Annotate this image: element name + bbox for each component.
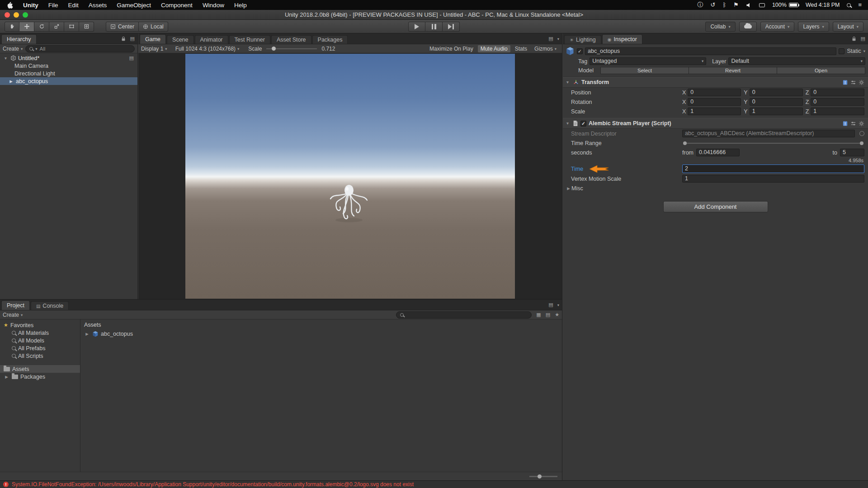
static-checkbox[interactable] xyxy=(839,48,844,54)
hierarchy-panel-menu-icon[interactable]: ▤ xyxy=(130,36,135,42)
model-open-button[interactable]: Open xyxy=(777,67,865,74)
tab-game[interactable]: Game xyxy=(140,34,166,44)
time-range-max-handle[interactable] xyxy=(860,141,863,145)
packages-folder-row[interactable]: ▶ Packages xyxy=(0,373,80,380)
tab-project[interactable]: Project xyxy=(1,300,30,310)
inspector-panel-menu-icon[interactable]: ▤ xyxy=(861,36,865,42)
vertex-motion-scale-field[interactable]: 1 xyxy=(682,175,864,183)
pivot-center-button[interactable]: Center xyxy=(106,22,139,32)
collab-dropdown[interactable]: Collab ▾ xyxy=(705,22,735,32)
position-z-field[interactable]: 0 xyxy=(811,89,864,96)
bluetooth-icon[interactable]: ᛒ xyxy=(722,0,726,10)
misc-foldout-row[interactable]: ▶ Misc xyxy=(563,183,868,193)
to-field[interactable]: 5 xyxy=(840,149,864,156)
layout-dropdown[interactable]: Layout ▾ xyxy=(833,22,863,32)
rect-tool-button[interactable] xyxy=(64,22,79,32)
tab-hierarchy[interactable]: Hierarchy xyxy=(1,34,37,44)
tab-animator[interactable]: Animator xyxy=(195,35,228,44)
alembic-presets-icon[interactable] xyxy=(850,121,856,127)
alembic-gear-icon[interactable] xyxy=(859,121,864,127)
hand-tool-button[interactable] xyxy=(5,22,19,32)
object-picker-icon[interactable] xyxy=(859,131,864,136)
move-tool-button[interactable] xyxy=(19,22,34,32)
rotation-x-field[interactable]: 0 xyxy=(688,98,741,106)
stats-toggle[interactable]: Stats xyxy=(512,45,530,52)
rotation-z-field[interactable]: 0 xyxy=(811,98,864,106)
transform-gear-icon[interactable] xyxy=(859,80,864,85)
menu-help[interactable]: Help xyxy=(229,2,252,9)
step-button[interactable] xyxy=(443,22,460,32)
status-bar[interactable]: ! System.IO.FileNotFoundException: /User… xyxy=(0,480,868,488)
layers-dropdown[interactable]: Layers ▾ xyxy=(798,22,829,32)
transform-help-icon[interactable] xyxy=(842,80,848,85)
menubar-app-name[interactable]: Unity xyxy=(18,2,43,9)
gizmos-dropdown[interactable]: Gizmos ▾ xyxy=(532,45,559,52)
menubar-clock[interactable]: Wed 4:18 PM xyxy=(806,2,840,8)
tab-lighting[interactable]: ☀ Lighting xyxy=(564,35,601,44)
scale-z-field[interactable]: 1 xyxy=(811,108,864,115)
model-revert-button[interactable]: Revert xyxy=(689,67,777,74)
scale-slider[interactable] xyxy=(266,48,317,49)
project-panel-menu-icon[interactable]: ▤ xyxy=(548,302,553,308)
game-panel-caret-icon[interactable]: ▾ xyxy=(557,37,559,41)
alembic-enabled-checkbox[interactable]: ✓ xyxy=(580,121,586,127)
favorite-search-icon[interactable]: ★ xyxy=(555,312,559,318)
inspector-lock-icon[interactable] xyxy=(851,36,857,42)
scale-y-field[interactable]: 1 xyxy=(750,108,803,115)
favorite-all-scripts[interactable]: All Scripts xyxy=(0,352,80,360)
tab-test-runner[interactable]: Test Runner xyxy=(229,35,270,44)
tab-inspector[interactable]: ◉ Inspector xyxy=(602,34,642,44)
transform-presets-icon[interactable] xyxy=(850,80,856,85)
asset-item-abc-octopus[interactable]: ▶ abc_octopus xyxy=(84,330,558,338)
active-checkbox[interactable]: ✓ xyxy=(577,48,583,54)
hierarchy-item-abc-octopus[interactable]: ▶ abc_octopus xyxy=(0,77,137,85)
time-range-min-handle[interactable] xyxy=(683,141,687,145)
play-button[interactable] xyxy=(408,22,425,32)
zoom-window-button[interactable] xyxy=(23,12,28,18)
tab-asset-store[interactable]: Asset Store xyxy=(271,35,311,44)
menu-gameobject[interactable]: GameObject xyxy=(112,2,156,9)
transform-foldout-icon[interactable]: ▼ xyxy=(565,80,571,84)
scene-menu-icon[interactable]: ▤ xyxy=(129,55,134,61)
static-caret-icon[interactable]: ▾ xyxy=(863,49,865,53)
from-field[interactable]: 0.0416666 xyxy=(696,149,740,156)
time-machine-icon[interactable]: ↺ xyxy=(711,0,716,10)
add-component-button[interactable]: Add Component xyxy=(663,201,768,212)
project-search-input[interactable] xyxy=(396,311,532,319)
project-content-area[interactable]: Assets ▶ abc_octopus xyxy=(80,319,562,472)
zoom-slider-knob[interactable] xyxy=(538,474,542,479)
input-source-icon[interactable]: ⚑ xyxy=(733,0,739,10)
transform-tool-button[interactable] xyxy=(79,22,94,32)
menu-window[interactable]: Window xyxy=(198,2,229,9)
rotation-y-field[interactable]: 0 xyxy=(750,98,803,106)
tag-dropdown[interactable]: Untagged ▾ xyxy=(590,57,706,65)
apple-menu[interactable] xyxy=(6,2,18,9)
menu-file[interactable]: File xyxy=(43,2,63,9)
spotlight-icon[interactable] xyxy=(847,3,851,7)
thumbnail-zoom-slider[interactable] xyxy=(529,476,557,477)
rotate-tool-button[interactable] xyxy=(34,22,49,32)
help-status-icon[interactable]: ⓘ xyxy=(698,0,703,10)
alembic-help-icon[interactable] xyxy=(842,121,848,127)
scale-tool-button[interactable] xyxy=(49,22,64,32)
hierarchy-search-input[interactable]: ▾ All xyxy=(25,45,135,52)
menu-component[interactable]: Component xyxy=(156,2,198,9)
volume-icon[interactable] xyxy=(746,2,752,8)
scale-slider-knob[interactable] xyxy=(272,47,276,51)
aspect-dropdown[interactable]: Full 1024 4:3 (1024x768) ▾ xyxy=(175,46,240,52)
gameobject-name-field[interactable]: abc_octopus xyxy=(585,47,836,55)
scene-foldout-icon[interactable]: ▼ xyxy=(3,56,9,61)
minimize-window-button[interactable] xyxy=(14,12,19,18)
game-panel-menu-icon[interactable]: ▤ xyxy=(548,36,553,42)
position-x-field[interactable]: 0 xyxy=(688,89,741,96)
asset-foldout-icon[interactable]: ▶ xyxy=(84,332,90,336)
packages-foldout-icon[interactable]: ▶ xyxy=(4,375,9,379)
favorite-all-models[interactable]: All Models xyxy=(0,337,80,344)
position-y-field[interactable]: 0 xyxy=(750,89,803,96)
airplay-icon[interactable] xyxy=(759,3,765,7)
close-window-button[interactable] xyxy=(5,12,10,18)
hierarchy-item-directional-light[interactable]: Directional Light xyxy=(0,70,137,77)
scale-x-field[interactable]: 1 xyxy=(688,108,741,115)
project-panel-caret-icon[interactable]: ▾ xyxy=(557,303,559,307)
favorite-all-materials[interactable]: All Materials xyxy=(0,329,80,337)
